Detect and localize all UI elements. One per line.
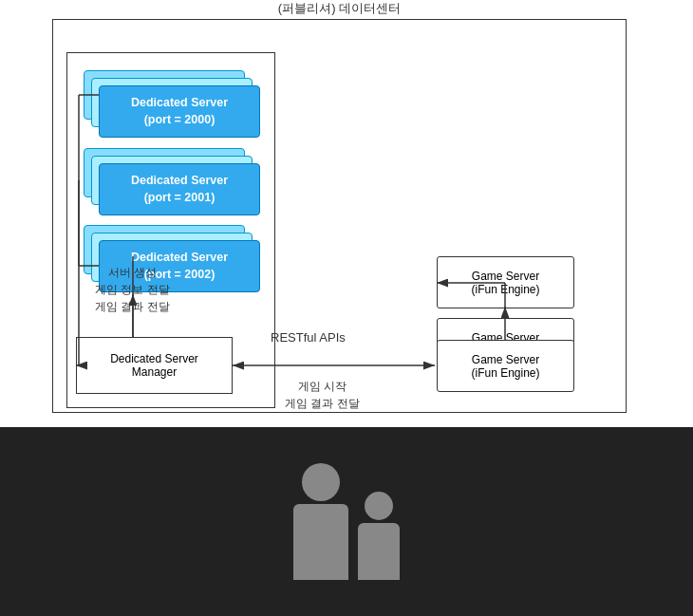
adult-head [302, 463, 340, 501]
game-server-1: Game Server(iFun Engine) [437, 256, 574, 308]
person-adult [293, 463, 348, 580]
server-card-1: Dedicated Server(port = 2000) [99, 85, 260, 138]
restful-label: RESTful APIs [271, 330, 346, 345]
server-card-2: Dedicated Server(port = 2001) [99, 163, 260, 215]
dsm-label: Dedicated ServerManager [110, 352, 198, 379]
bottom-area [0, 427, 693, 616]
server-gen-label: 서버 생성게임 정보 전달게임 결과 전달 [95, 264, 170, 315]
adult-body [293, 504, 348, 580]
dsm-box: Dedicated ServerManager [76, 337, 233, 394]
person-silhouette [293, 463, 400, 580]
person-child [358, 492, 400, 580]
game-actions-label: 게임 시작게임 결과 전달 [285, 378, 360, 412]
child-head [365, 492, 393, 520]
diagram-area: (퍼블리셔) 데이터센터 혹은 Amazon AWS VPC Dedicated… [0, 0, 693, 427]
game-server-3: Game Server(iFun Engine) [437, 340, 574, 392]
publisher-label: (퍼블리셔) 데이터센터 [52, 0, 627, 17]
child-body [358, 523, 400, 580]
